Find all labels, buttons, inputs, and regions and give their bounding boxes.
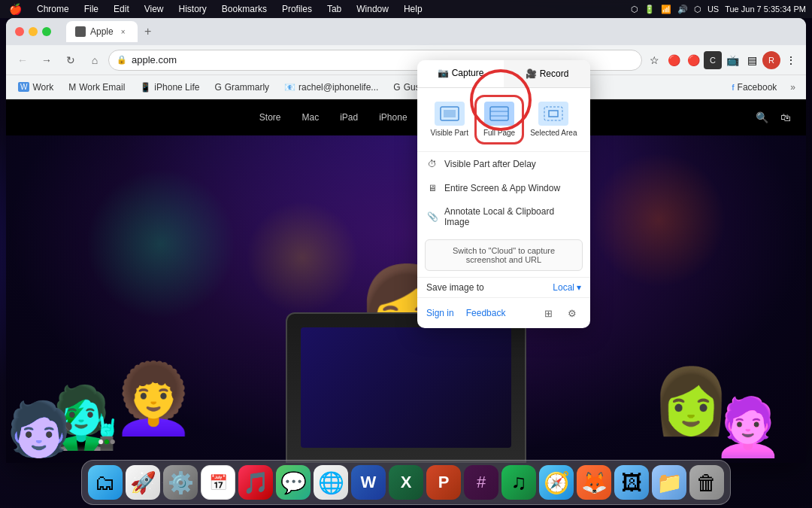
dock-item-slack[interactable]: # bbox=[464, 465, 498, 500]
menubar-window[interactable]: Window bbox=[353, 2, 392, 16]
close-button[interactable] bbox=[15, 27, 24, 36]
bookmark-iphonelife-label: iPhone Life bbox=[154, 82, 199, 93]
bookmark-work[interactable]: W Work bbox=[12, 79, 59, 96]
macbook-display bbox=[286, 312, 526, 463]
new-tab-button[interactable]: + bbox=[138, 21, 159, 42]
full-page-button[interactable]: Full Page bbox=[477, 97, 522, 142]
toolbar: ← → ↻ ⌂ 🔒 apple.com ☆ 🔴 🔴 C 📺 ▤ R ⋮ bbox=[6, 45, 806, 75]
dock-item-files[interactable]: 📁 bbox=[652, 465, 686, 500]
menubar-icon-user[interactable]: US bbox=[707, 5, 719, 14]
apple-nav-ipad[interactable]: iPad bbox=[340, 112, 358, 123]
apple-nav-store[interactable]: Store bbox=[259, 112, 281, 123]
dock-item-excel[interactable]: X bbox=[389, 465, 423, 500]
bookmark-work-email[interactable]: M Work Email bbox=[62, 79, 131, 96]
entire-screen-item[interactable]: 🖥 Entire Screen & App Window bbox=[417, 176, 590, 200]
dock-item-safari[interactable]: 🧭 bbox=[539, 465, 574, 500]
menubar-icon-sound[interactable]: 🔊 bbox=[677, 5, 688, 14]
extension-3[interactable]: 🔴 bbox=[684, 51, 702, 69]
bookmark-rachel[interactable]: 📧 rachel@iphonelife... bbox=[278, 79, 384, 96]
forward-button[interactable]: → bbox=[36, 50, 57, 71]
cloud-switch-button[interactable]: Switch to "Cloud" to capture screenshot … bbox=[425, 239, 583, 271]
apple-bag-icon[interactable]: 🛍 bbox=[780, 111, 791, 123]
dock-item-music[interactable]: 🎵 bbox=[238, 465, 273, 500]
apple-menu[interactable]: 🍎 bbox=[6, 2, 25, 17]
visible-part-button[interactable]: Visible Part bbox=[425, 97, 474, 142]
menubar-help[interactable]: Help bbox=[401, 2, 426, 16]
maximize-button[interactable] bbox=[42, 27, 51, 36]
reload-button[interactable]: ↻ bbox=[60, 50, 81, 71]
dock-item-launchpad[interactable]: 🚀 bbox=[126, 465, 160, 500]
dock-item-ppt[interactable]: P bbox=[426, 465, 461, 500]
extension-sidebar[interactable]: ▤ bbox=[743, 51, 761, 69]
extension-recapture[interactable]: 🔴 bbox=[665, 51, 683, 69]
selected-area-button[interactable]: Selected Area bbox=[524, 97, 583, 142]
dock-item-firefox[interactable]: 🦊 bbox=[577, 465, 611, 500]
bookmark-work-email-icon: M bbox=[68, 82, 76, 93]
selected-area-label: Selected Area bbox=[530, 129, 577, 138]
dock-item-chrome[interactable]: 🌐 bbox=[314, 465, 348, 500]
menubar-icon-bt[interactable]: ⬡ bbox=[694, 5, 701, 14]
annotate-local-item[interactable]: 📎 Annotate Local & Clipboard Image bbox=[417, 200, 590, 233]
sign-in-link[interactable]: Sign in bbox=[426, 308, 454, 318]
gallery-icon[interactable]: ⊞ bbox=[539, 304, 557, 322]
dock-item-calendar[interactable]: 📅 bbox=[201, 465, 235, 500]
scrollbar[interactable] bbox=[797, 101, 803, 463]
bookmark-iphonelife-icon: 📱 bbox=[140, 82, 151, 93]
more-bookmarks-button[interactable]: » bbox=[786, 79, 800, 96]
bookmark-facebook[interactable]: f Facebook bbox=[726, 79, 783, 96]
bookmark-star-button[interactable]: ☆ bbox=[645, 51, 663, 69]
menubar-history[interactable]: History bbox=[176, 2, 210, 16]
menubar-tab[interactable]: Tab bbox=[324, 2, 344, 16]
dock-item-settings[interactable]: ⚙️ bbox=[163, 465, 198, 500]
menubar-chrome[interactable]: Chrome bbox=[34, 2, 72, 16]
menubar-icon-wifi[interactable]: 📶 bbox=[661, 5, 671, 14]
dock-item-finder[interactable]: 🗂 bbox=[88, 465, 123, 500]
record-tab-label: Record bbox=[540, 68, 569, 79]
tab-close-button[interactable]: × bbox=[118, 26, 129, 37]
visible-part-delay-label: Visible Part after Delay bbox=[444, 159, 536, 169]
browser-tab[interactable]: Apple × bbox=[66, 21, 138, 42]
menubar-icon-dropbox[interactable]: ⬡ bbox=[631, 5, 638, 14]
hero-section: 🧑‍🎤 👩‍🦱 🧑 👩 🧑‍🦰 👩 bbox=[6, 135, 806, 463]
titlebar: Apple × + bbox=[6, 18, 806, 45]
extension-cast[interactable]: 📺 bbox=[723, 51, 741, 69]
menubar-edit[interactable]: Edit bbox=[111, 2, 132, 16]
apple-search-icon[interactable]: 🔍 bbox=[756, 111, 768, 123]
capture-tab-icon: 📷 bbox=[438, 68, 449, 78]
menubar-icon-battery[interactable]: 🔋 bbox=[644, 5, 655, 14]
visible-part-delay-item[interactable]: ⏱ Visible Part after Delay bbox=[417, 152, 590, 176]
save-row: Save image to Local ▾ bbox=[417, 277, 590, 297]
feedback-link[interactable]: Feedback bbox=[466, 308, 506, 318]
menubar-view[interactable]: View bbox=[141, 2, 167, 16]
dock-item-spotify[interactable]: ♫ bbox=[501, 465, 536, 500]
dock-item-trash[interactable]: 🗑 bbox=[689, 465, 724, 500]
bookmark-grammarly[interactable]: G Grammarly bbox=[208, 79, 275, 96]
svg-rect-1 bbox=[444, 110, 456, 117]
popup-bottom: Sign in Feedback ⊞ ⚙ bbox=[417, 297, 590, 328]
minimize-button[interactable] bbox=[29, 27, 38, 36]
annotate-local-label: Annotate Local & Clipboard Image bbox=[444, 206, 581, 227]
dock-item-preview[interactable]: 🖼 bbox=[614, 465, 649, 500]
menubar-left: 🍎 Chrome File Edit View History Bookmark… bbox=[6, 2, 426, 17]
home-button[interactable]: ⌂ bbox=[84, 50, 105, 71]
back-button[interactable]: ← bbox=[12, 50, 33, 71]
apple-nav-mac[interactable]: Mac bbox=[302, 112, 320, 123]
menubar-profiles[interactable]: Profiles bbox=[279, 2, 315, 16]
menubar-file[interactable]: File bbox=[81, 2, 102, 16]
chrome-menu-button[interactable]: ⋮ bbox=[782, 51, 800, 69]
bookmark-rachel-icon: 📧 bbox=[284, 82, 295, 93]
dock-item-word[interactable]: W bbox=[351, 465, 386, 500]
extension-profile[interactable]: R bbox=[762, 51, 780, 69]
extension-4[interactable]: C bbox=[704, 51, 722, 69]
menubar-bookmarks[interactable]: Bookmarks bbox=[219, 2, 270, 16]
scrollbar-thumb[interactable] bbox=[797, 102, 801, 132]
settings-icon[interactable]: ⚙ bbox=[563, 304, 581, 322]
capture-tab[interactable]: 📷 Capture bbox=[417, 60, 504, 87]
record-tab[interactable]: 🎥 Record bbox=[504, 60, 590, 87]
popup-tabs: 📷 Capture 🎥 Record bbox=[417, 60, 590, 88]
bookmark-work-icon: W bbox=[18, 82, 29, 92]
save-location-dropdown[interactable]: Local ▾ bbox=[553, 282, 581, 293]
apple-nav-iphone[interactable]: iPhone bbox=[379, 112, 407, 123]
bookmark-iphonelife[interactable]: 📱 iPhone Life bbox=[134, 79, 205, 96]
dock-item-messages[interactable]: 💬 bbox=[276, 465, 311, 500]
